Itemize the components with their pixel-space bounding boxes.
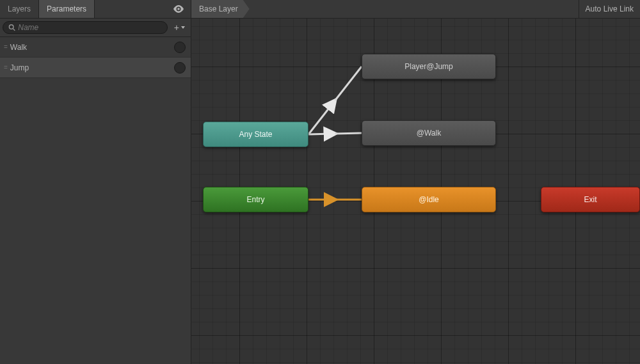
parameter-list: = Walk = Jump [0,37,191,364]
search-input-wrapper[interactable] [3,21,168,34]
node-exit[interactable]: Exit [541,187,640,212]
parameter-label: Jump [10,63,174,72]
search-icon [8,24,15,31]
drag-handle-icon[interactable]: = [4,64,6,71]
svg-line-4 [335,67,362,100]
svg-point-0 [177,8,180,10]
panel-tabs: Layers Parameters [0,0,191,19]
search-input[interactable] [18,23,162,32]
svg-line-3 [308,100,335,134]
breadcrumb-label: Base Layer [199,4,238,13]
node-label: Player@Jump [404,62,453,71]
animator-canvas[interactable]: Any State Entry Player@Jump @Walk @Idle … [191,19,640,364]
node-label: Exit [584,195,596,204]
parameter-toggle[interactable] [174,42,186,53]
chevron-down-icon [180,25,186,30]
node-player-jump[interactable]: Player@Jump [362,54,496,79]
button-label: Auto Live Link [586,4,634,13]
node-label: @Idle [419,195,439,204]
tab-parameters[interactable]: Parameters [39,0,95,18]
node-idle[interactable]: @Idle [362,187,496,212]
animator-graph-panel: Base Layer Auto Live Link Any State Entr… [191,0,640,364]
svg-line-5 [308,134,335,134]
visibility-icon[interactable] [166,0,191,18]
parameter-label: Walk [10,43,174,52]
plus-icon: + [174,22,179,33]
node-label: Any State [239,130,272,139]
parameter-toggle[interactable] [174,62,186,74]
tab-layers[interactable]: Layers [0,0,39,18]
breadcrumb-row: Base Layer Auto Live Link [191,0,640,19]
add-parameter-button[interactable]: + [172,22,188,33]
node-any-state[interactable]: Any State [203,122,308,147]
parameter-item[interactable]: = Walk [0,37,191,58]
node-label: Entry [246,195,264,204]
tab-label: Layers [8,4,31,13]
svg-line-2 [13,29,15,31]
tab-label: Parameters [47,4,86,13]
drag-handle-icon[interactable]: = [4,44,6,51]
breadcrumb[interactable]: Base Layer [191,0,250,18]
parameters-panel: Layers Parameters + [0,0,191,364]
svg-line-6 [335,133,362,134]
node-walk[interactable]: @Walk [362,120,496,146]
node-entry[interactable]: Entry [203,187,308,212]
svg-point-1 [9,25,13,29]
parameter-item[interactable]: = Jump [0,58,191,78]
search-row: + [0,19,191,37]
node-label: @Walk [417,129,441,138]
auto-live-link-button[interactable]: Auto Live Link [579,0,640,18]
